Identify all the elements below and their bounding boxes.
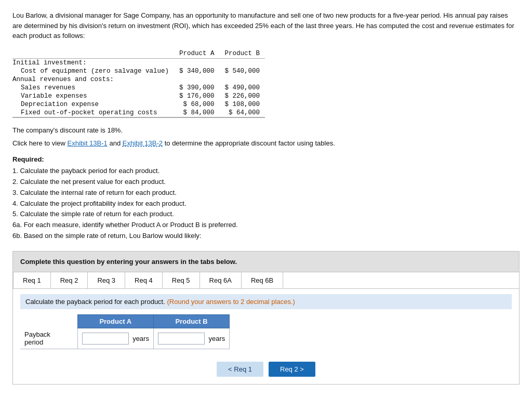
tab-req1[interactable]: Req 1 bbox=[13, 272, 51, 288]
payback-period-b-input[interactable] bbox=[158, 333, 205, 345]
tab-req5[interactable]: Req 5 bbox=[163, 272, 200, 288]
tab-req2[interactable]: Req 2 bbox=[51, 272, 88, 288]
table-cell-label: Variable expenses bbox=[12, 92, 174, 100]
click-text-before: Click here to view bbox=[12, 139, 67, 147]
tabs-area: Req 1Req 2Req 3Req 4Req 5Req 6AReq 6B Ca… bbox=[12, 272, 520, 385]
discount-rate-text: The company's discount rate is 18%. bbox=[12, 126, 520, 134]
table-cell-label: Sales revenues bbox=[12, 84, 174, 92]
required-item: 1. Calculate the payback period for each… bbox=[12, 166, 520, 177]
table-cell-label: Annual revenues and costs: bbox=[12, 75, 174, 84]
product-b-header: Product B bbox=[153, 314, 229, 328]
tab-req3[interactable]: Req 3 bbox=[88, 272, 125, 288]
req1-instruction-orange: (Round your answers to 2 decimal places.… bbox=[167, 298, 295, 306]
years-label-b: years bbox=[207, 335, 225, 342]
tab-req6b[interactable]: Req 6B bbox=[242, 272, 283, 288]
tab-req6a[interactable]: Req 6A bbox=[200, 272, 242, 288]
required-item: 4. Calculate the project profitability i… bbox=[12, 199, 520, 209]
table-label-header bbox=[12, 49, 174, 59]
req1-instruction-text: Calculate the payback period for each pr… bbox=[25, 298, 165, 306]
table-cell-product-b bbox=[220, 75, 265, 84]
table-row: Variable expenses$ 176,000$ 226,000 bbox=[12, 92, 265, 100]
table-col-b-header: Product B bbox=[220, 49, 265, 59]
table-cell-product-a: $ 340,000 bbox=[174, 67, 220, 75]
table-cell-product-a bbox=[174, 75, 220, 84]
table-row: Annual revenues and costs: bbox=[12, 75, 265, 84]
product-data-table: Product A Product B Initial investment:C… bbox=[12, 49, 265, 118]
required-item: 2. Calculate the net present value for e… bbox=[12, 177, 520, 188]
tab-req4[interactable]: Req 4 bbox=[125, 272, 163, 288]
table-cell-label: Fixed out-of-pocket operating costs bbox=[12, 109, 174, 117]
table-cell-product-b: $ 108,000 bbox=[220, 100, 265, 109]
empty-header bbox=[20, 314, 77, 328]
table-row: Fixed out-of-pocket operating costs$ 84,… bbox=[12, 109, 265, 117]
intro-paragraph: Lou Barlow, a divisional manager for Sag… bbox=[12, 10, 520, 41]
product-a-header: Product A bbox=[77, 314, 153, 328]
complete-box-text: Complete this question by entering your … bbox=[20, 258, 237, 266]
req1-answer-table: Product A Product B Payback period years bbox=[20, 314, 230, 350]
next-req-button[interactable]: Req 2 > bbox=[269, 362, 315, 377]
table-row: Cost of equipment (zero salvage value)$ … bbox=[12, 67, 265, 75]
table-row: Initial investment: bbox=[12, 58, 265, 67]
table-cell-product-a: $ 84,000 bbox=[174, 109, 220, 117]
table-cell-product-a bbox=[174, 58, 220, 67]
table-col-a-header: Product A bbox=[174, 49, 220, 59]
req1-instruction: Calculate the payback period for each pr… bbox=[20, 294, 512, 309]
table-cell-product-b: $ 540,000 bbox=[220, 67, 265, 75]
table-cell-label: Initial investment: bbox=[12, 58, 174, 67]
click-text-middle: and bbox=[108, 139, 123, 147]
payback-period-a-cell: years bbox=[77, 328, 153, 349]
payback-period-label: Payback period bbox=[20, 328, 77, 349]
payback-period-row: Payback period years years bbox=[20, 328, 230, 349]
click-text-after: to determine the appropriate discount fa… bbox=[163, 139, 335, 147]
table-cell-product-b: $ 490,000 bbox=[220, 84, 265, 92]
table-cell-product-b bbox=[220, 58, 265, 67]
exhibit-13b2-link[interactable]: Exhibit 13B-2 bbox=[123, 139, 163, 147]
exhibit-13b1-link[interactable]: Exhibit 13B-1 bbox=[67, 139, 107, 147]
payback-period-a-input[interactable] bbox=[82, 333, 129, 345]
answer-table-wrapper: Product A Product B Payback period years bbox=[20, 314, 512, 350]
required-item: 5. Calculate the simple rate of return f… bbox=[12, 209, 520, 220]
required-item: 3. Calculate the internal rate of return… bbox=[12, 188, 520, 199]
table-cell-product-b: $ 226,000 bbox=[220, 92, 265, 100]
table-cell-product-a: $ 390,000 bbox=[174, 84, 220, 92]
table-cell-product-a: $ 68,000 bbox=[174, 100, 220, 109]
tab-content: Calculate the payback period for each pr… bbox=[13, 289, 519, 350]
required-label: Required: bbox=[12, 154, 520, 165]
exhibit-reference-text: Click here to view Exhibit 13B-1 and Exh… bbox=[12, 139, 520, 147]
required-item: 6a. For each measure, identify whether P… bbox=[12, 220, 520, 231]
table-row: Depreciation expense$ 68,000$ 108,000 bbox=[12, 100, 265, 109]
table-cell-label: Cost of equipment (zero salvage value) bbox=[12, 67, 174, 75]
nav-buttons: < Req 1 Req 2 > bbox=[13, 356, 519, 384]
payback-period-b-cell: years bbox=[153, 328, 229, 349]
prev-req-button[interactable]: < Req 1 bbox=[217, 362, 263, 377]
table-cell-label: Depreciation expense bbox=[12, 100, 174, 109]
required-section: Required: 1. Calculate the payback perio… bbox=[12, 154, 520, 242]
required-item: 6b. Based on the simple rate of return, … bbox=[12, 231, 520, 242]
tabs-row: Req 1Req 2Req 3Req 4Req 5Req 6AReq 6B bbox=[13, 272, 519, 289]
table-cell-product-a: $ 176,000 bbox=[174, 92, 220, 100]
complete-this-question-box: Complete this question by entering your … bbox=[12, 251, 520, 272]
years-label-a: years bbox=[130, 335, 149, 342]
table-row: Sales revenues$ 390,000$ 490,000 bbox=[12, 84, 265, 92]
table-cell-product-b: $ 64,000 bbox=[220, 109, 265, 117]
